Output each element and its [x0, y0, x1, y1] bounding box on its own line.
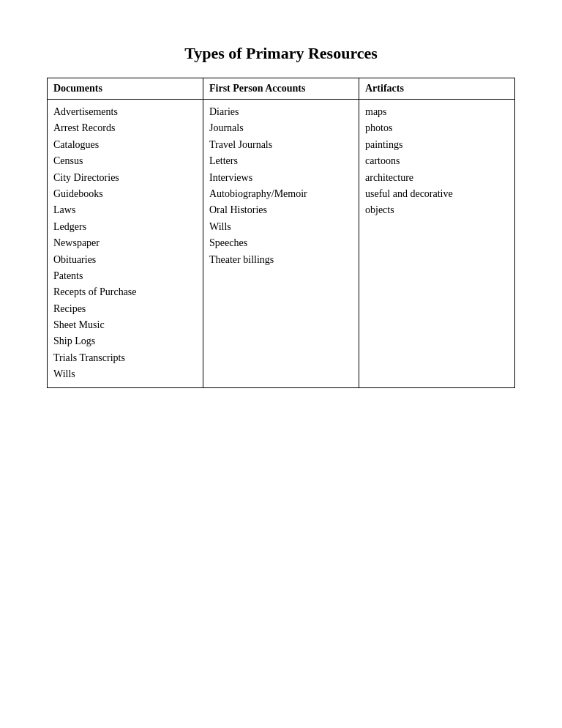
list-item: Recipes: [53, 301, 197, 317]
table-cell: mapsphotospaintingscartoonsarchitectureu…: [359, 100, 515, 388]
list-item: Ledgers: [53, 219, 197, 235]
list-item: Laws: [53, 202, 197, 218]
list-item: Newspaper: [53, 235, 197, 251]
list-item: Theater billings: [209, 252, 353, 268]
list-item: Speeches: [209, 235, 353, 251]
table-cell: DiariesJournalsTravel JournalsLettersInt…: [203, 100, 359, 388]
list-item: Catalogues: [53, 137, 197, 153]
list-item: Wills: [209, 219, 353, 235]
list-item: Journals: [209, 120, 353, 136]
list-item: Recepts of Purchase: [53, 284, 197, 300]
list-item: Letters: [209, 153, 353, 169]
table-cell: AdvertisementsArrest RecordsCataloguesCe…: [48, 100, 203, 388]
list-item: Sheet Music: [53, 317, 197, 333]
list-item: Guidebooks: [53, 186, 197, 202]
primary-resources-table: DocumentsFirst Person AccountsArtifactsA…: [47, 78, 515, 388]
list-item: Travel Journals: [209, 137, 353, 153]
list-item: Patents: [53, 268, 197, 284]
list-item: Census: [53, 153, 197, 169]
list-item: architecture: [365, 170, 509, 186]
page-title: Types of Primary Resources: [184, 44, 378, 63]
table-column-header: First Person Accounts: [203, 78, 359, 100]
list-item: paintings: [365, 137, 509, 153]
list-item: Autobiography/Memoir: [209, 186, 353, 202]
list-item: cartoons: [365, 153, 509, 169]
list-item: Wills: [53, 366, 197, 382]
list-item: Trials Transcripts: [53, 350, 197, 366]
list-item: Ship Logs: [53, 333, 197, 349]
list-item: Arrest Records: [53, 120, 197, 136]
table-column-header: Artifacts: [359, 78, 515, 100]
list-item: Diaries: [209, 104, 353, 120]
list-item: Interviews: [209, 170, 353, 186]
table-column-header: Documents: [48, 78, 203, 100]
list-item: Obituaries: [53, 252, 197, 268]
list-item: photos: [365, 120, 509, 136]
list-item: City Directories: [53, 170, 197, 186]
list-item: useful and decorative: [365, 186, 509, 202]
list-item: maps: [365, 104, 509, 120]
list-item: Advertisements: [53, 104, 197, 120]
list-item: Oral Histories: [209, 202, 353, 218]
list-item: objects: [365, 202, 509, 218]
